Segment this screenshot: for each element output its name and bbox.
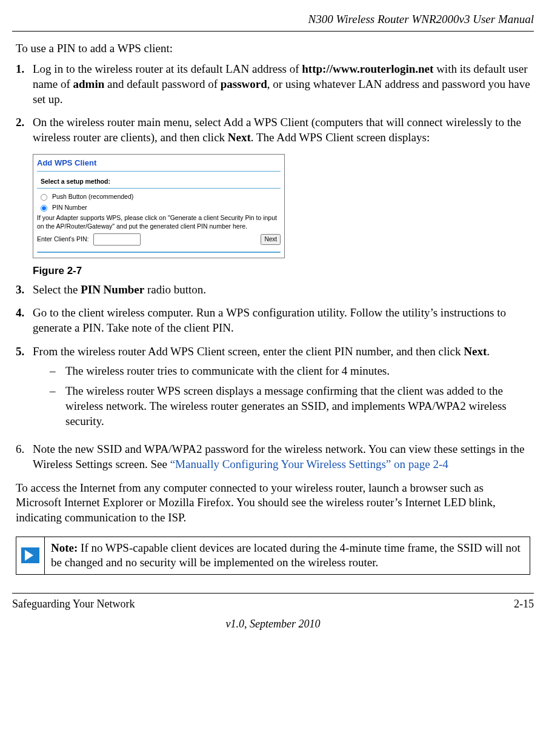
bullet-text: The wireless router tries to communicate… [65, 364, 390, 379]
page-number: 2-15 [514, 597, 534, 611]
step-body: On the wireless router main menu, select… [33, 115, 530, 145]
text: From the wireless router Add WPS Client … [33, 345, 464, 358]
pin-entry-row: Enter Client's PIN: Next [33, 232, 284, 249]
panel-subheading: Select a setup method: [37, 178, 281, 189]
intro-paragraph: To use a PIN to add a WPS client: [16, 41, 530, 56]
page-content: To use a PIN to add a WPS client: 1. Log… [16, 41, 530, 575]
divider [37, 252, 281, 253]
option-pin-number[interactable]: PIN Number [33, 202, 284, 213]
step-number: 1. [16, 62, 33, 107]
step-number: 6. [16, 442, 33, 472]
radio-push-button[interactable] [41, 194, 47, 201]
admin-word: admin [73, 78, 104, 90]
step-number: 3. [16, 283, 33, 298]
pin-label: Enter Client's PIN: [37, 235, 88, 244]
note-body: If no WPS-capable client devices are loc… [51, 541, 521, 569]
next-word: Next [228, 131, 251, 144]
footer-version: v1.0, September 2010 [12, 617, 534, 631]
page-footer: Safeguarding Your Network 2-15 [12, 593, 534, 611]
text: . The Add WPS Client screen displays: [251, 131, 430, 144]
option-push-button[interactable]: Push Button (recommended) [33, 191, 284, 202]
closing-paragraph: To access the Internet from any computer… [16, 481, 530, 526]
step-3: 3. Select the PIN Number radio button. [16, 283, 530, 298]
text: . [487, 345, 490, 358]
radio-pin-number[interactable] [41, 205, 47, 212]
manual-title: N300 Wireless Router WNR2000v3 User Manu… [308, 13, 534, 25]
step-number: 5. [16, 344, 33, 433]
password-word: password [221, 78, 267, 90]
option-label: PIN Number [52, 204, 87, 212]
arrow-right-icon [21, 547, 39, 563]
footer-section: Safeguarding Your Network [12, 597, 135, 611]
cross-reference-link[interactable]: “Manually Configuring Your Wireless Sett… [170, 458, 448, 470]
step-6: 6. Note the new SSID and WPA/WPA2 passwo… [16, 442, 530, 472]
figure-caption: Figure 2-7 [33, 264, 530, 278]
text: radio button. [144, 283, 206, 296]
panel-title: Add WPS Client [33, 155, 284, 170]
divider [37, 171, 281, 172]
sub-bullet: –The wireless router WPS screen displays… [50, 384, 530, 429]
text: Log in to the wireless router at its def… [33, 62, 302, 75]
login-url: http://www.routerlogin.net [302, 62, 433, 75]
step-number: 4. [16, 306, 33, 335]
pin-number-word: PIN Number [81, 283, 144, 296]
option-label: Push Button (recommended) [52, 193, 133, 201]
step-body: Go to the client wireless computer. Run … [33, 306, 530, 335]
add-wps-client-panel: Add WPS Client Select a setup method: Pu… [33, 154, 285, 258]
step-1: 1. Log in to the wireless router at its … [16, 62, 530, 107]
text: and default password of [104, 78, 221, 90]
step-2: 2. On the wireless router main menu, sel… [16, 115, 530, 145]
step-4: 4. Go to the client wireless computer. R… [16, 306, 530, 335]
dash: – [50, 384, 65, 429]
step-body: Log in to the wireless router at its def… [33, 62, 530, 107]
sub-bullet: –The wireless router tries to communicat… [50, 364, 530, 379]
client-pin-input[interactable] [93, 233, 141, 246]
next-word: Next [464, 345, 487, 358]
dash: – [50, 364, 65, 379]
sub-bullets: –The wireless router tries to communicat… [50, 364, 530, 429]
step-body: Note the new SSID and WPA/WPA2 password … [33, 442, 530, 472]
step-body: From the wireless router Add WPS Client … [33, 344, 530, 433]
note-icon-cell [16, 537, 45, 574]
bullet-text: The wireless router WPS screen displays … [65, 384, 530, 429]
text: Select the [33, 283, 81, 296]
panel-note: If your Adapter supports WPS, please cli… [33, 213, 284, 232]
next-button[interactable]: Next [261, 234, 281, 245]
page-header: N300 Wireless Router WNR2000v3 User Manu… [12, 12, 534, 32]
step-body: Select the PIN Number radio button. [33, 283, 530, 298]
step-number: 2. [16, 115, 33, 145]
step-list: 1. Log in to the wireless router at its … [16, 62, 530, 145]
note-callout: Note: If no WPS-capable client devices a… [16, 537, 530, 575]
step-list-continued: 3. Select the PIN Number radio button. 4… [16, 283, 530, 472]
note-text: Note: If no WPS-capable client devices a… [45, 537, 530, 574]
note-label: Note: [51, 541, 78, 554]
figure-2-7: Add WPS Client Select a setup method: Pu… [33, 154, 530, 278]
step-5: 5. From the wireless router Add WPS Clie… [16, 344, 530, 433]
